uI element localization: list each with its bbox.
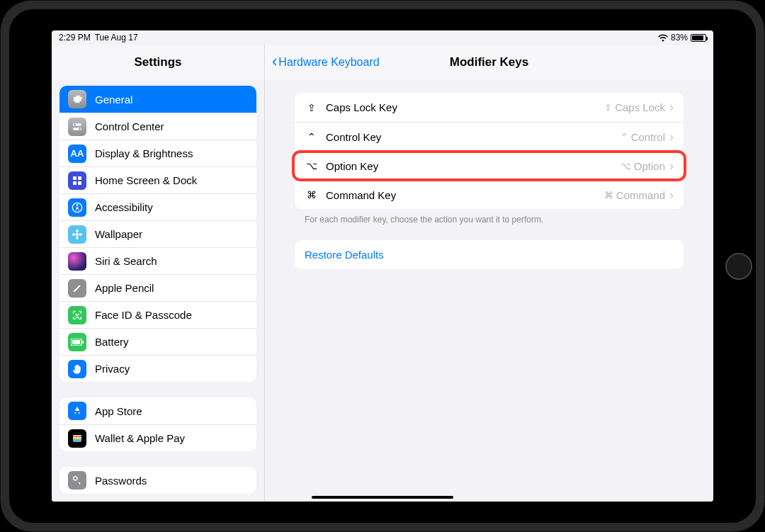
cell-label: Control Key <box>326 131 620 143</box>
pencil-icon <box>68 279 86 298</box>
svg-rect-18 <box>72 340 80 344</box>
back-label: Hardware Keyboard <box>278 56 379 69</box>
caps-lock-icon: ⇪ <box>305 102 319 113</box>
text-size-icon: AA <box>68 145 86 163</box>
cell-label: Option Key <box>326 160 620 172</box>
sidebar-item-passwords[interactable]: Passwords <box>60 467 256 494</box>
detail-body[interactable]: ⇪ Caps Lock Key ⇪ Caps Lock › ⌃ Con <box>265 80 713 502</box>
sidebar-group-3: Passwords <box>60 467 256 494</box>
svg-point-14 <box>79 233 82 235</box>
sidebar-item-general[interactable]: General <box>60 86 256 113</box>
svg-rect-24 <box>73 440 81 441</box>
sidebar-item-privacy[interactable]: Privacy <box>60 355 256 382</box>
restore-defaults-label: Restore Defaults <box>305 249 674 261</box>
sidebar-item-label: Wallpaper <box>95 228 142 240</box>
control-icon: ⌃ <box>305 131 319 142</box>
svg-point-10 <box>76 233 79 236</box>
sidebar-item-siri[interactable]: Siri & Search <box>60 247 256 274</box>
svg-point-2 <box>74 123 75 125</box>
sidebar-item-label: Accessibility <box>95 201 153 213</box>
home-button[interactable] <box>725 253 752 280</box>
sidebar-item-display[interactable]: AA Display & Brightness <box>60 140 256 166</box>
sidebar-item-label: App Store <box>95 405 142 417</box>
sidebar-item-battery[interactable]: Battery <box>60 328 256 355</box>
svg-rect-6 <box>73 181 76 185</box>
sidebar-item-label: Display & Brightness <box>95 147 193 159</box>
chevron-right-icon: › <box>669 188 674 203</box>
sidebar-group-1: General Control Center AA Display & Bri <box>60 86 256 382</box>
sidebar-item-wallet[interactable]: Wallet & Apple Pay <box>60 424 256 451</box>
back-button[interactable]: ‹ Hardware Keyboard <box>272 45 380 80</box>
sidebar-item-label: Battery <box>95 336 129 348</box>
sidebar-item-home-screen[interactable]: Home Screen & Dock <box>60 166 256 193</box>
detail-title: Modifier Keys <box>450 55 528 69</box>
value-symbol: ⌘ <box>604 190 613 200</box>
control-row[interactable]: ⌃ Control Key ⌃ Control › <box>295 122 684 151</box>
sidebar-item-app-store[interactable]: App Store <box>60 397 256 424</box>
chevron-right-icon: › <box>669 100 674 115</box>
key-icon <box>68 471 86 489</box>
sidebar-item-label: Siri & Search <box>95 255 157 267</box>
sidebar-item-accessibility[interactable]: Accessibility <box>60 193 256 220</box>
sidebar-item-label: Privacy <box>95 363 130 375</box>
cell-value: ⌥ Option <box>620 160 665 172</box>
command-icon: ⌘ <box>305 189 319 200</box>
battery-percent: 83% <box>671 33 688 43</box>
status-bar: 2:29 PM Tue Aug 17 83% <box>52 30 713 45</box>
ipad-device-frame: 2:29 PM Tue Aug 17 83% Settings <box>0 0 765 532</box>
face-id-icon <box>68 306 86 324</box>
svg-rect-23 <box>73 438 81 439</box>
sidebar-item-control-center[interactable]: Control Center <box>60 113 256 140</box>
option-row[interactable]: ⌥ Option Key ⌥ Option › <box>295 151 684 180</box>
sidebar-item-pencil[interactable]: Apple Pencil <box>60 274 256 301</box>
restore-table: Restore Defaults <box>295 240 684 269</box>
cell-label: Caps Lock Key <box>326 101 604 113</box>
toggles-icon <box>68 118 86 136</box>
svg-point-15 <box>76 314 76 315</box>
sidebar-item-label: General <box>95 94 132 106</box>
sidebar-item-faceid[interactable]: Face ID & Passcode <box>60 301 256 328</box>
cell-value: ⌘ Command <box>604 189 665 201</box>
value-symbol: ⌥ <box>620 161 631 171</box>
bezel: 2:29 PM Tue Aug 17 83% Settings <box>9 9 756 523</box>
option-icon: ⌥ <box>305 160 319 171</box>
hand-icon <box>68 360 86 378</box>
chevron-right-icon: › <box>669 130 674 145</box>
battery-icon <box>68 333 86 351</box>
svg-rect-21 <box>73 436 81 436</box>
sidebar-item-label: Apple Pencil <box>95 282 154 294</box>
svg-point-13 <box>72 233 76 235</box>
wallet-icon <box>68 429 86 448</box>
restore-defaults-button[interactable]: Restore Defaults <box>295 240 684 269</box>
svg-point-11 <box>76 230 78 233</box>
sidebar-item-label: Wallet & Apple Pay <box>95 432 185 444</box>
chevron-right-icon: › <box>669 159 674 174</box>
flower-icon <box>68 225 86 244</box>
svg-point-12 <box>76 236 78 239</box>
sidebar-group-2: App Store Wallet & Apple Pay <box>60 397 256 451</box>
sidebar-scroll[interactable]: General Control Center AA Display & Bri <box>52 80 264 502</box>
status-date: Tue Aug 17 <box>95 33 138 43</box>
svg-rect-5 <box>78 176 81 180</box>
grid-icon <box>68 171 86 190</box>
cell-value: ⇪ Caps Lock <box>604 101 665 113</box>
caps-lock-row[interactable]: ⇪ Caps Lock Key ⇪ Caps Lock › <box>295 93 684 122</box>
cell-value: ⌃ Control <box>620 131 665 143</box>
sidebar-item-wallpaper[interactable]: Wallpaper <box>60 220 256 247</box>
home-indicator[interactable] <box>312 496 453 499</box>
status-time: 2:29 PM <box>59 33 91 43</box>
sidebar-header: Settings <box>52 45 264 80</box>
svg-point-9 <box>76 204 79 206</box>
gear-icon <box>68 90 86 108</box>
app-store-icon <box>68 402 86 420</box>
siri-icon <box>68 252 86 271</box>
sidebar-item-label: Home Screen & Dock <box>95 174 197 186</box>
sidebar-item-label: Passwords <box>95 475 147 487</box>
svg-point-25 <box>74 477 77 480</box>
sidebar-item-label: Control Center <box>95 120 164 132</box>
svg-rect-4 <box>73 176 76 180</box>
value-symbol: ⌃ <box>620 132 628 142</box>
table-footer-note: For each modifier key, choose the action… <box>295 209 684 225</box>
command-row[interactable]: ⌘ Command Key ⌘ Command › <box>295 180 684 209</box>
cell-label: Command Key <box>326 189 604 201</box>
